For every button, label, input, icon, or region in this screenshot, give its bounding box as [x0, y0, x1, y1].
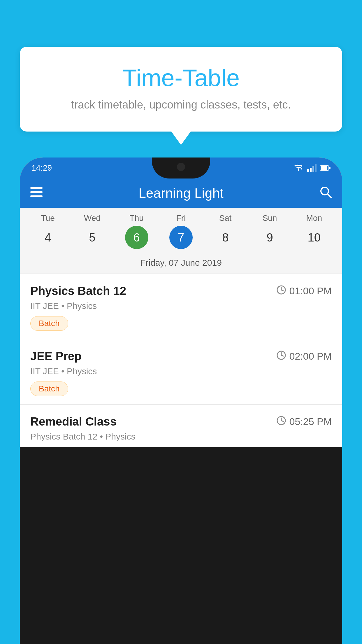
svg-rect-2	[312, 166, 314, 172]
status-icons	[293, 164, 331, 172]
day-headers: Tue Wed Thu Fri Sat Sun Mon	[20, 214, 342, 223]
day-10[interactable]: 10	[303, 226, 326, 249]
phone-frame: 14:29	[20, 158, 342, 644]
svg-rect-0	[307, 169, 309, 172]
search-icon[interactable]	[319, 186, 332, 201]
camera-notch	[177, 163, 185, 171]
phone-screen: 14:29	[20, 158, 342, 447]
hamburger-menu-icon[interactable]	[30, 187, 43, 200]
day-header-sun: Sun	[258, 214, 282, 223]
schedule-content: Physics Batch 12 01:00 PM IIT JEE • Phys…	[20, 274, 342, 447]
tooltip-subtitle: track timetable, upcoming classes, tests…	[31, 99, 331, 111]
day-6-today[interactable]: 6	[125, 226, 148, 249]
schedule-item-2-time: 02:00 PM	[276, 350, 332, 363]
schedule-item-1-title: Physics Batch 12	[30, 284, 126, 298]
tooltip-title: Time-Table	[31, 64, 331, 92]
day-8[interactable]: 8	[214, 226, 237, 249]
schedule-item-2-time-text: 02:00 PM	[289, 351, 332, 362]
svg-line-11	[328, 194, 331, 197]
clock-icon-1	[276, 285, 286, 297]
svg-line-17	[281, 355, 283, 356]
day-header-wed: Wed	[80, 214, 104, 223]
svg-rect-7	[30, 187, 43, 189]
svg-rect-1	[310, 168, 312, 172]
svg-rect-9	[30, 195, 43, 197]
day-9[interactable]: 9	[258, 226, 282, 249]
schedule-item-2[interactable]: JEE Prep 02:00 PM IIT JEE • Physics	[20, 339, 342, 405]
battery-icon	[320, 165, 331, 171]
schedule-item-3-title: Remedial Class	[30, 415, 117, 428]
day-7-selected[interactable]: 7	[169, 226, 193, 249]
wifi-icon	[293, 164, 304, 172]
schedule-item-3[interactable]: Remedial Class 05:25 PM Physics Batch 12…	[20, 405, 342, 447]
svg-line-14	[281, 290, 283, 291]
schedule-item-3-time: 05:25 PM	[276, 416, 332, 428]
svg-rect-6	[329, 167, 331, 169]
clock-icon-3	[276, 416, 286, 428]
day-4[interactable]: 4	[36, 226, 59, 249]
calendar-strip: Tue Wed Thu Fri Sat Sun Mon 4 5 6 7 8 9 …	[20, 208, 342, 274]
schedule-item-3-subtitle: Physics Batch 12 • Physics	[30, 432, 332, 442]
clock-icon-2	[276, 350, 286, 363]
schedule-item-1[interactable]: Physics Batch 12 01:00 PM IIT JEE • Phys…	[20, 274, 342, 339]
day-header-sat: Sat	[214, 214, 237, 223]
svg-line-20	[281, 421, 283, 421]
app-bar-title: Learning Light	[51, 185, 311, 201]
schedule-item-3-header: Remedial Class 05:25 PM	[30, 415, 332, 428]
signal-icon	[307, 164, 317, 172]
status-time: 14:29	[31, 163, 52, 173]
day-numbers: 4 5 6 7 8 9 10	[20, 223, 342, 255]
schedule-item-1-time-text: 01:00 PM	[289, 285, 332, 297]
day-header-tue: Tue	[36, 214, 59, 223]
app-bar: Learning Light	[20, 178, 342, 208]
schedule-item-1-time: 01:00 PM	[276, 285, 332, 297]
svg-rect-8	[30, 191, 43, 193]
schedule-item-1-subtitle: IIT JEE • Physics	[30, 301, 332, 311]
day-header-mon: Mon	[303, 214, 326, 223]
schedule-item-3-time-text: 05:25 PM	[289, 416, 332, 427]
schedule-item-2-header: JEE Prep 02:00 PM	[30, 350, 332, 363]
day-header-thu: Thu	[125, 214, 148, 223]
day-header-fri: Fri	[169, 214, 193, 223]
schedule-item-2-title: JEE Prep	[30, 350, 82, 363]
selected-date-label: Friday, 07 June 2019	[20, 255, 342, 274]
schedule-item-2-subtitle: IIT JEE • Physics	[30, 366, 332, 376]
svg-rect-5	[321, 166, 327, 170]
day-5[interactable]: 5	[80, 226, 104, 249]
schedule-item-1-badge: Batch	[30, 316, 68, 331]
schedule-item-1-header: Physics Batch 12 01:00 PM	[30, 284, 332, 298]
svg-rect-3	[315, 164, 317, 172]
status-bar: 14:29	[20, 158, 342, 178]
schedule-item-2-badge: Batch	[30, 382, 68, 396]
tooltip-card: Time-Table track timetable, upcoming cla…	[20, 47, 342, 132]
